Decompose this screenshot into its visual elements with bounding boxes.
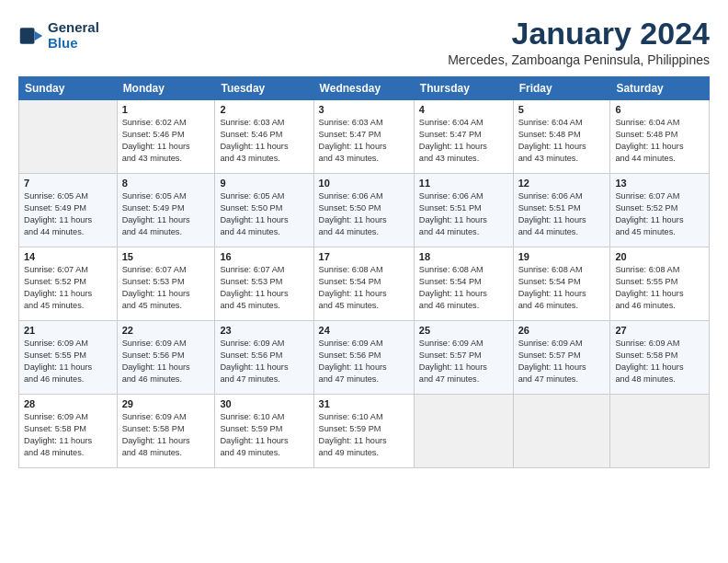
calendar-cell: 20 Sunrise: 6:08 AM Sunset: 5:55 PM Dayl… bbox=[610, 247, 710, 321]
sunrise: Sunrise: 6:09 AM bbox=[220, 338, 308, 350]
calendar-cell: 16 Sunrise: 6:07 AM Sunset: 5:53 PM Dayl… bbox=[215, 247, 313, 321]
calendar-cell: 3 Sunrise: 6:03 AM Sunset: 5:47 PM Dayli… bbox=[313, 100, 414, 174]
svg-rect-0 bbox=[20, 28, 35, 44]
daylight-label: Daylight: 11 hoursand 47 minutes. bbox=[220, 362, 308, 385]
sunset: Sunset: 5:54 PM bbox=[518, 276, 606, 288]
sunset: Sunset: 5:57 PM bbox=[518, 350, 606, 362]
sunrise: Sunrise: 6:09 AM bbox=[419, 338, 508, 350]
calendar-cell: 14 Sunrise: 6:07 AM Sunset: 5:52 PM Dayl… bbox=[19, 247, 118, 321]
daylight-label: Daylight: 11 hoursand 44 minutes. bbox=[319, 214, 409, 238]
calendar-cell: 30 Sunrise: 6:10 AM Sunset: 5:59 PM Dayl… bbox=[215, 395, 313, 468]
day-number: 4 bbox=[419, 104, 508, 115]
day-info: Sunrise: 6:09 AM Sunset: 5:57 PM Dayligh… bbox=[518, 338, 606, 385]
day-number: 31 bbox=[319, 398, 409, 409]
header: General Blue January 2024 Mercedes, Zamb… bbox=[18, 17, 710, 67]
day-info: Sunrise: 6:09 AM Sunset: 5:55 PM Dayligh… bbox=[24, 338, 112, 385]
daylight-label: Daylight: 11 hoursand 43 minutes. bbox=[419, 141, 508, 165]
day-number: 1 bbox=[122, 104, 210, 115]
day-info: Sunrise: 6:08 AM Sunset: 5:54 PM Dayligh… bbox=[518, 264, 606, 312]
daylight-label: Daylight: 11 hoursand 48 minutes. bbox=[24, 435, 112, 459]
day-info: Sunrise: 6:05 AM Sunset: 5:49 PM Dayligh… bbox=[122, 190, 210, 238]
calendar-cell: 26 Sunrise: 6:09 AM Sunset: 5:57 PM Dayl… bbox=[513, 321, 610, 395]
day-info: Sunrise: 6:07 AM Sunset: 5:52 PM Dayligh… bbox=[24, 264, 112, 312]
day-number: 13 bbox=[615, 178, 704, 189]
day-info: Sunrise: 6:10 AM Sunset: 5:59 PM Dayligh… bbox=[319, 411, 409, 459]
day-number: 28 bbox=[24, 398, 112, 409]
sunset: Sunset: 5:46 PM bbox=[122, 129, 210, 141]
day-info: Sunrise: 6:09 AM Sunset: 5:58 PM Dayligh… bbox=[24, 411, 112, 459]
day-info: Sunrise: 6:07 AM Sunset: 5:52 PM Dayligh… bbox=[615, 190, 704, 238]
weekday-header-wednesday: Wednesday bbox=[313, 77, 414, 100]
sunrise: Sunrise: 6:07 AM bbox=[24, 264, 112, 276]
sunset: Sunset: 5:48 PM bbox=[518, 129, 606, 141]
sunrise: Sunrise: 6:02 AM bbox=[122, 117, 210, 129]
sunrise: Sunrise: 6:03 AM bbox=[319, 117, 409, 129]
sunset: Sunset: 5:54 PM bbox=[319, 276, 409, 288]
daylight-label: Daylight: 11 hoursand 44 minutes. bbox=[419, 214, 508, 238]
day-number: 5 bbox=[518, 104, 606, 115]
sunset: Sunset: 5:51 PM bbox=[419, 202, 508, 214]
day-info: Sunrise: 6:04 AM Sunset: 5:48 PM Dayligh… bbox=[615, 117, 704, 165]
calendar-cell: 8 Sunrise: 6:05 AM Sunset: 5:49 PM Dayli… bbox=[117, 174, 215, 247]
daylight-label: Daylight: 11 hoursand 44 minutes. bbox=[122, 214, 210, 238]
sunset: Sunset: 5:50 PM bbox=[220, 202, 308, 214]
sunrise: Sunrise: 6:09 AM bbox=[319, 338, 409, 350]
day-number: 29 bbox=[122, 398, 210, 409]
calendar-table: SundayMondayTuesdayWednesdayThursdayFrid… bbox=[18, 76, 710, 468]
calendar-cell: 13 Sunrise: 6:07 AM Sunset: 5:52 PM Dayl… bbox=[610, 174, 710, 247]
calendar-cell: 24 Sunrise: 6:09 AM Sunset: 5:56 PM Dayl… bbox=[313, 321, 414, 395]
day-number: 21 bbox=[24, 325, 112, 336]
calendar-cell: 15 Sunrise: 6:07 AM Sunset: 5:53 PM Dayl… bbox=[117, 247, 215, 321]
calendar-cell: 27 Sunrise: 6:09 AM Sunset: 5:58 PM Dayl… bbox=[610, 321, 710, 395]
day-info: Sunrise: 6:05 AM Sunset: 5:49 PM Dayligh… bbox=[24, 190, 112, 238]
daylight-label: Daylight: 11 hoursand 48 minutes. bbox=[615, 362, 704, 385]
calendar-cell: 25 Sunrise: 6:09 AM Sunset: 5:57 PM Dayl… bbox=[414, 321, 513, 395]
day-number: 16 bbox=[220, 251, 308, 262]
sunrise: Sunrise: 6:09 AM bbox=[24, 411, 112, 423]
sunrise: Sunrise: 6:07 AM bbox=[220, 264, 308, 276]
day-number: 23 bbox=[220, 325, 308, 336]
calendar-cell: 17 Sunrise: 6:08 AM Sunset: 5:54 PM Dayl… bbox=[313, 247, 414, 321]
day-info: Sunrise: 6:09 AM Sunset: 5:58 PM Dayligh… bbox=[122, 411, 210, 459]
logo-line2: Blue bbox=[48, 36, 99, 52]
calendar-cell: 4 Sunrise: 6:04 AM Sunset: 5:47 PM Dayli… bbox=[414, 100, 513, 174]
day-number: 18 bbox=[419, 251, 508, 262]
sunset: Sunset: 5:53 PM bbox=[220, 276, 308, 288]
sunset: Sunset: 5:58 PM bbox=[122, 423, 210, 435]
day-info: Sunrise: 6:10 AM Sunset: 5:59 PM Dayligh… bbox=[220, 411, 308, 459]
day-number: 3 bbox=[319, 104, 409, 115]
day-info: Sunrise: 6:09 AM Sunset: 5:56 PM Dayligh… bbox=[319, 338, 409, 385]
sunrise: Sunrise: 6:04 AM bbox=[419, 117, 508, 129]
day-number: 17 bbox=[319, 251, 409, 262]
svg-marker-1 bbox=[35, 30, 43, 40]
day-info: Sunrise: 6:09 AM Sunset: 5:57 PM Dayligh… bbox=[419, 338, 508, 385]
calendar-cell: 28 Sunrise: 6:09 AM Sunset: 5:58 PM Dayl… bbox=[19, 395, 118, 468]
day-number: 10 bbox=[319, 178, 409, 189]
sunset: Sunset: 5:49 PM bbox=[24, 202, 112, 214]
sunset: Sunset: 5:49 PM bbox=[122, 202, 210, 214]
sunset: Sunset: 5:57 PM bbox=[419, 350, 508, 362]
page: General Blue January 2024 Mercedes, Zamb… bbox=[0, 0, 728, 477]
sunset: Sunset: 5:55 PM bbox=[24, 350, 112, 362]
day-number: 24 bbox=[319, 325, 409, 336]
daylight-label: Daylight: 11 hoursand 45 minutes. bbox=[24, 288, 112, 312]
logo-icon bbox=[18, 23, 44, 49]
day-info: Sunrise: 6:04 AM Sunset: 5:47 PM Dayligh… bbox=[419, 117, 508, 165]
sunrise: Sunrise: 6:05 AM bbox=[24, 190, 112, 202]
sunrise: Sunrise: 6:04 AM bbox=[518, 117, 606, 129]
logo-line1: General bbox=[48, 20, 99, 36]
sunset: Sunset: 5:58 PM bbox=[615, 350, 704, 362]
day-info: Sunrise: 6:06 AM Sunset: 5:51 PM Dayligh… bbox=[518, 190, 606, 238]
daylight-label: Daylight: 11 hoursand 46 minutes. bbox=[518, 288, 606, 312]
sunset: Sunset: 5:52 PM bbox=[24, 276, 112, 288]
weekday-header-sunday: Sunday bbox=[19, 77, 118, 100]
calendar-cell: 29 Sunrise: 6:09 AM Sunset: 5:58 PM Dayl… bbox=[117, 395, 215, 468]
calendar-cell: 22 Sunrise: 6:09 AM Sunset: 5:56 PM Dayl… bbox=[117, 321, 215, 395]
sunset: Sunset: 5:59 PM bbox=[319, 423, 409, 435]
calendar-cell: 21 Sunrise: 6:09 AM Sunset: 5:55 PM Dayl… bbox=[19, 321, 118, 395]
sunset: Sunset: 5:50 PM bbox=[319, 202, 409, 214]
daylight-label: Daylight: 11 hoursand 46 minutes. bbox=[24, 362, 112, 385]
daylight-label: Daylight: 11 hoursand 45 minutes. bbox=[615, 214, 704, 238]
daylight-label: Daylight: 11 hoursand 48 minutes. bbox=[122, 435, 210, 459]
sunset: Sunset: 5:56 PM bbox=[319, 350, 409, 362]
